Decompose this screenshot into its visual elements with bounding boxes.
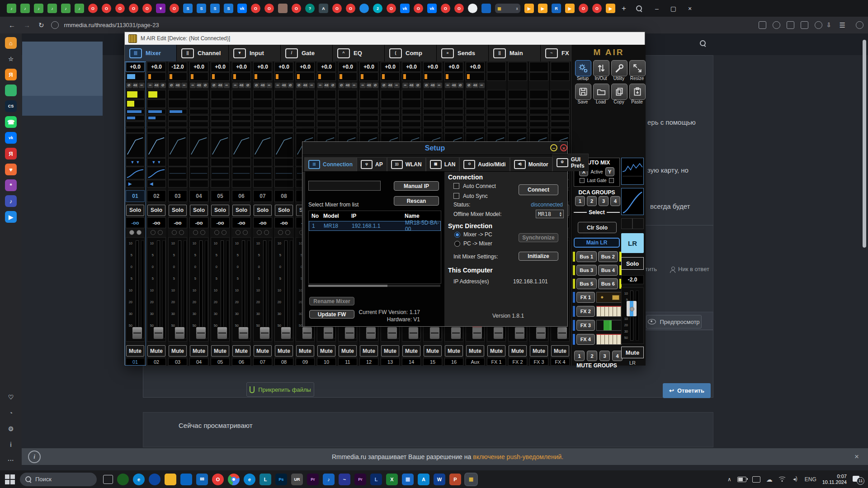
link-icon[interactable]: ∞	[479, 83, 485, 88]
browser-tab[interactable]: ?	[305, 4, 315, 13]
taskbar-app-opera[interactable]: O	[212, 474, 224, 485]
phantom-48v-icon[interactable]: 48	[196, 83, 202, 88]
pan-knobs[interactable]	[167, 229, 188, 237]
onedrive-icon[interactable]: ☁	[766, 476, 773, 483]
send-cell[interactable]	[381, 109, 400, 114]
phantom-48v-icon[interactable]: 48	[260, 83, 266, 88]
solo-button[interactable]: Solo	[211, 205, 229, 216]
sidebar-item-purple-app[interactable]: *	[5, 179, 17, 191]
channel-number[interactable]: 04	[189, 190, 208, 202]
fader-knob[interactable]	[514, 327, 525, 339]
bus-button-2[interactable]: Bus 2	[598, 251, 618, 262]
taskbar-app-edge[interactable]: e	[133, 474, 145, 485]
browser-tab[interactable]: O	[579, 4, 588, 13]
taskbar-app-word[interactable]: W	[434, 474, 445, 485]
browser-tab[interactable]: 2	[373, 4, 382, 13]
mute-button[interactable]: Mute	[445, 345, 463, 357]
sidebar-item-settings[interactable]: ⚙	[5, 423, 17, 435]
link-icon[interactable]: ∞	[147, 83, 153, 88]
browser-tab[interactable]: ▼	[156, 4, 165, 13]
sidebar-item-green-app[interactable]	[5, 84, 17, 96]
taskbar-app-teal-app[interactable]: L	[259, 474, 271, 485]
channel-fader[interactable]: 1050510203050	[126, 237, 145, 341]
browser-tab[interactable]: O	[414, 4, 423, 13]
sidebar-item-yandex[interactable]: Я	[5, 148, 17, 160]
gain-value[interactable]: +0.0	[189, 62, 208, 72]
fx-thumbnail-1[interactable]	[596, 292, 622, 303]
setup-tab-audio-midi[interactable]: ⊙Audio/Midi	[459, 157, 509, 171]
indicator-cell[interactable]	[211, 90, 230, 99]
pan-knobs[interactable]	[146, 229, 167, 237]
phantom-48v-icon[interactable]: 48	[217, 83, 223, 88]
indicator-cell[interactable]	[551, 99, 570, 108]
fader-knob[interactable]	[175, 327, 185, 339]
send-cell[interactable]	[402, 109, 421, 114]
send-cell[interactable]	[551, 122, 570, 127]
browser-tab[interactable]: vk	[237, 4, 247, 13]
main-lr-button[interactable]: Main LR	[574, 238, 620, 248]
link-icon[interactable]: ∞	[224, 83, 230, 88]
window-titlebar[interactable]: M AIR Edit [Device: (Not Connected)]	[125, 32, 645, 45]
indicator-cell[interactable]	[274, 99, 293, 108]
camera-icon[interactable]	[773, 21, 780, 29]
send-cell[interactable]	[147, 128, 166, 133]
channel-fader[interactable]: 1050510203050	[253, 237, 272, 341]
send-cell[interactable]	[466, 115, 485, 121]
sidebar-item-whatsapp[interactable]: ☎	[5, 116, 17, 128]
indicator-cell[interactable]	[444, 99, 463, 108]
browser-tab[interactable]: O	[102, 4, 111, 13]
gain-value[interactable]: +0.0	[232, 62, 251, 72]
rta-thumbnail[interactable]	[621, 158, 644, 185]
send-cell[interactable]	[444, 128, 463, 133]
browser-tab[interactable]: ♪	[47, 4, 57, 13]
volume-icon[interactable]	[792, 477, 799, 482]
send-cell[interactable]	[508, 109, 527, 114]
send-cell[interactable]	[423, 115, 442, 121]
indicator-cell[interactable]	[147, 99, 166, 108]
lr-mute-button[interactable]: Mute	[621, 347, 644, 358]
mute-button[interactable]: Mute	[381, 345, 399, 357]
send-cell[interactable]	[381, 122, 400, 127]
browser-tab[interactable]: O	[142, 4, 152, 13]
send-cell[interactable]	[359, 109, 378, 114]
gain-value[interactable]	[551, 62, 570, 72]
fader-knob[interactable]	[366, 327, 376, 339]
mute-button[interactable]: Mute	[169, 345, 187, 357]
send-cell[interactable]	[487, 122, 506, 127]
taskbar-app-lightroom[interactable]: L	[370, 474, 382, 485]
automix-y-button[interactable]: Y	[605, 167, 614, 176]
gain-value[interactable]: +0.0	[147, 62, 166, 72]
indicator-cell[interactable]	[232, 99, 251, 108]
fader-knob[interactable]	[344, 327, 355, 339]
taskbar-app-m-air-edit[interactable]: ▦	[465, 474, 477, 485]
browser-minimize-button[interactable]: –	[655, 5, 659, 12]
browser-tab[interactable]: O	[346, 4, 355, 13]
send-cell[interactable]	[529, 115, 548, 121]
phantom-48v-icon[interactable]: 48	[154, 83, 160, 88]
taskbar-app-powerpoint[interactable]: P	[449, 474, 461, 485]
auto-sync-checkbox[interactable]	[453, 193, 459, 199]
link-icon[interactable]: ∞	[275, 83, 281, 88]
fx-thumbnail-4[interactable]	[596, 334, 622, 345]
gain-value[interactable]: +0.0	[423, 62, 442, 72]
channel-number[interactable]: 02	[147, 190, 166, 202]
fader-knob[interactable]	[557, 327, 567, 339]
gate-curve[interactable]	[232, 133, 251, 158]
menu-icon[interactable]: ☰	[840, 21, 845, 29]
mute-button[interactable]: Mute	[360, 345, 378, 357]
phantom-48v-icon[interactable]: 48	[451, 83, 457, 88]
gain-value[interactable]: -12.0	[168, 62, 187, 72]
send-cell[interactable]	[338, 109, 357, 114]
browser-tab[interactable]: O	[129, 4, 138, 13]
qr-icon[interactable]	[787, 21, 794, 29]
phase-icon[interactable]: Ø	[330, 83, 336, 88]
indicator-cell[interactable]	[466, 90, 485, 99]
phantom-48v-icon[interactable]: 48	[366, 83, 372, 88]
site-security-icon[interactable]	[51, 21, 59, 29]
link-icon[interactable]: ∞	[445, 83, 451, 88]
phantom-48v-icon[interactable]: 48	[239, 83, 245, 88]
phantom-48v-icon[interactable]: 48	[324, 83, 330, 88]
send-cell[interactable]	[317, 128, 336, 133]
channel-fader[interactable]: 1050510203050	[232, 237, 251, 341]
fader-knob[interactable]	[217, 327, 227, 339]
